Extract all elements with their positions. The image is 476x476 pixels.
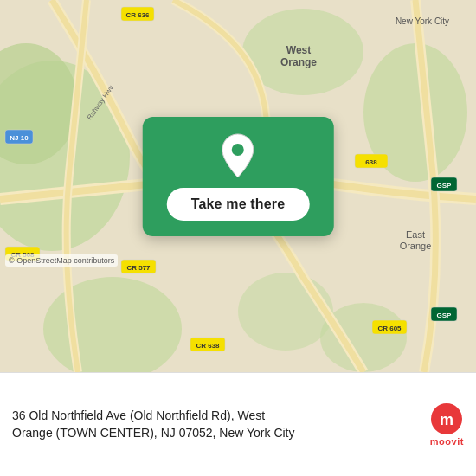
svg-text:638: 638 <box>365 158 377 166</box>
take-me-there-button[interactable]: Take me there <box>167 188 310 221</box>
svg-point-6 <box>320 303 407 372</box>
svg-text:East: East <box>406 229 425 240</box>
moovit-icon: m <box>431 403 462 434</box>
svg-text:GSP: GSP <box>437 182 453 190</box>
svg-text:CR 636: CR 636 <box>125 11 150 19</box>
map-pin-icon <box>219 132 257 179</box>
moovit-logo: m moovit <box>430 403 464 447</box>
svg-text:NJ 10: NJ 10 <box>10 134 29 142</box>
osm-credit: © OpenStreetMap contributors <box>5 254 118 267</box>
address-line1: 36 Old Northfield Ave (Old Northfield Rd… <box>12 408 265 422</box>
svg-text:m: m <box>440 411 453 428</box>
svg-point-34 <box>232 144 244 156</box>
svg-text:New York City: New York City <box>396 16 449 26</box>
svg-point-5 <box>238 273 333 351</box>
moovit-brand-label: moovit <box>430 436 464 447</box>
address-line2: Orange (TOWN CENTER), NJ 07052, New York… <box>12 426 295 440</box>
svg-text:Orange: Orange <box>280 56 317 68</box>
svg-text:CR 638: CR 638 <box>196 342 220 350</box>
map-container: CR 636 NJ 10 Rahway Hwy 638 GSP CR 508 C… <box>0 0 476 372</box>
svg-text:Orange: Orange <box>400 241 432 251</box>
svg-text:GSP: GSP <box>437 312 453 319</box>
location-card: Take me there <box>143 117 334 236</box>
svg-text:CR 577: CR 577 <box>126 264 151 272</box>
svg-text:West: West <box>286 44 311 56</box>
address-text: 36 Old Northfield Ave (Old Northfield Rd… <box>12 408 420 441</box>
svg-text:CR 605: CR 605 <box>377 325 402 332</box>
info-bar: 36 Old Northfield Ave (Old Northfield Rd… <box>0 372 476 476</box>
